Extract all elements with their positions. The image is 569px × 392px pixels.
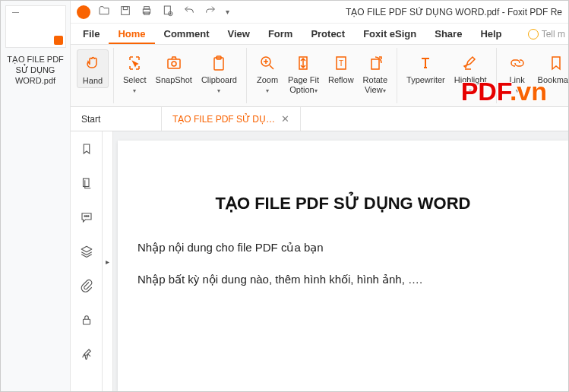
highlight-label: Highlight <box>454 75 487 84</box>
svg-rect-15 <box>371 59 379 69</box>
bookmark-icon[interactable] <box>80 142 93 160</box>
document-tab-row: Start TẠO FILE PDF SỬ DỤ… ✕ <box>71 107 568 131</box>
title-bar: ▾ TẠO FILE PDF SỬ DỤNG WORD.pdf - Foxit … <box>71 1 568 24</box>
toolbar-dropdown-icon[interactable]: ▾ <box>226 8 229 16</box>
menu-share[interactable]: Share <box>425 25 471 43</box>
document-title: TẠO FILE PDF SỬ DỤNG WORD <box>138 194 548 213</box>
navigation-rail <box>71 131 103 391</box>
bookmark-button[interactable]: Bookmark <box>533 49 569 87</box>
close-icon[interactable]: ✕ <box>281 113 289 125</box>
thumbnail-panel: ▬▬▬ TẠO FILE PDF SỬ DỤNG WORD.pdf <box>1 1 71 391</box>
tab-document[interactable]: TẠO FILE PDF SỬ DỤ… ✕ <box>162 107 301 131</box>
undo-icon[interactable] <box>183 5 195 19</box>
thumbnail-label: TẠO FILE PDF SỬ DỤNG WORD.pdf <box>5 52 65 87</box>
quick-access-toolbar: ▾ <box>98 5 229 19</box>
attachments-icon[interactable] <box>80 279 93 296</box>
snapshot-icon <box>165 52 183 74</box>
hand-label: Hand <box>83 76 103 86</box>
svg-rect-1 <box>123 7 127 10</box>
reflow-label: Reflow <box>328 75 354 85</box>
pages-icon[interactable] <box>80 176 93 194</box>
select-button[interactable]: Select▾ <box>119 49 151 97</box>
menu-file[interactable]: File <box>74 25 109 43</box>
typewriter-button[interactable]: Typewriter <box>402 49 450 87</box>
clipboard-icon <box>210 52 228 74</box>
svg-rect-5 <box>164 6 170 14</box>
chevron-down-icon: ▾ <box>383 87 386 94</box>
select-icon <box>125 52 144 74</box>
page-fit-button[interactable]: Page FitOption▾ <box>283 49 324 97</box>
bookmark-label: Bookmark <box>538 75 569 85</box>
comments-icon[interactable] <box>80 210 93 228</box>
typewriter-label: Typewriter <box>406 75 445 85</box>
svg-rect-16 <box>83 179 89 187</box>
menu-bar: File Home Comment View Form Protect Foxi… <box>71 24 568 45</box>
menu-help[interactable]: Help <box>471 25 511 43</box>
typewriter-icon <box>416 52 435 74</box>
chevron-down-icon: ▾ <box>133 87 136 94</box>
reflow-button[interactable]: T Reflow <box>324 49 359 87</box>
security-icon[interactable] <box>80 313 93 330</box>
page-fit-label-1: Page Fit <box>288 75 319 84</box>
link-icon <box>508 52 526 74</box>
document-thumbnail[interactable]: ▬▬▬ <box>5 5 66 48</box>
menu-home[interactable]: Home <box>109 25 154 44</box>
select-label: Select <box>123 75 147 84</box>
menu-esign[interactable]: Foxit eSign <box>354 25 425 43</box>
svg-rect-0 <box>122 7 130 15</box>
rotate-label-1: Rotate <box>363 75 387 84</box>
tell-me-label: Tell m <box>542 29 565 40</box>
page-fit-icon <box>294 52 312 74</box>
svg-rect-20 <box>83 319 90 324</box>
snapshot-button[interactable]: SnapShot <box>151 49 197 87</box>
rail-expand-button[interactable]: ▸ <box>103 131 113 391</box>
hand-button[interactable]: Hand <box>77 49 109 88</box>
zoom-label: Zoom <box>257 75 278 84</box>
document-line-1: Nhập nội dung cho file PDF của bạn <box>138 241 548 254</box>
menu-view[interactable]: View <box>218 25 258 43</box>
menu-form[interactable]: Form <box>259 25 302 43</box>
highlight-button[interactable]: Highlight▾ <box>450 49 492 97</box>
signatures-icon[interactable] <box>80 347 93 365</box>
chevron-down-icon: ▾ <box>315 87 318 94</box>
rotate-icon <box>366 52 384 74</box>
tell-me-search[interactable]: Tell m <box>528 29 565 40</box>
foxit-logo-icon <box>77 5 90 19</box>
svg-text:T: T <box>339 59 343 68</box>
menu-protect[interactable]: Protect <box>302 25 354 43</box>
zoom-button[interactable]: Zoom▾ <box>251 49 283 97</box>
hand-icon <box>84 53 102 74</box>
layers-icon[interactable] <box>80 245 93 262</box>
chevron-down-icon: ▾ <box>469 87 472 94</box>
main-column: ▾ TẠO FILE PDF SỬ DỤNG WORD.pdf - Foxit … <box>71 1 568 391</box>
svg-point-8 <box>172 62 176 66</box>
chevron-down-icon: ▾ <box>217 87 220 94</box>
svg-rect-3 <box>144 7 150 9</box>
page-fit-label-2: Option <box>289 85 314 94</box>
page-viewport[interactable]: TẠO FILE PDF SỬ DỤNG WORD Nhập nội dung … <box>113 131 568 391</box>
page: TẠO FILE PDF SỬ DỤNG WORD Nhập nội dung … <box>118 141 568 391</box>
save-icon[interactable] <box>119 5 131 19</box>
highlight-icon <box>461 52 479 74</box>
chevron-down-icon: ▾ <box>266 87 269 94</box>
link-label: Link <box>509 75 524 84</box>
bulb-icon <box>528 29 539 40</box>
window-title: TẠO FILE PDF SỬ DỤNG WORD.pdf - Foxit PD… <box>346 7 562 17</box>
redo-icon[interactable] <box>204 5 217 19</box>
svg-point-17 <box>84 216 86 217</box>
open-icon[interactable] <box>98 5 110 19</box>
reflow-icon: T <box>332 52 350 74</box>
svg-point-19 <box>87 216 89 217</box>
menu-comment[interactable]: Comment <box>155 25 219 43</box>
chevron-down-icon: ▾ <box>516 87 519 94</box>
svg-rect-7 <box>168 59 180 68</box>
link-button[interactable]: Link▾ <box>501 49 533 97</box>
clipboard-button[interactable]: Clipboard▾ <box>197 49 242 97</box>
tab-start[interactable]: Start <box>71 107 162 131</box>
foxit-badge-icon <box>54 36 63 45</box>
print-icon[interactable] <box>141 5 153 19</box>
tab-document-label: TẠO FILE PDF SỬ DỤ… <box>172 114 275 125</box>
thumbnail-preview-text: ▬▬▬ <box>12 11 19 14</box>
add-page-icon[interactable] <box>162 5 174 19</box>
rotate-view-button[interactable]: RotateView▾ <box>359 49 392 97</box>
